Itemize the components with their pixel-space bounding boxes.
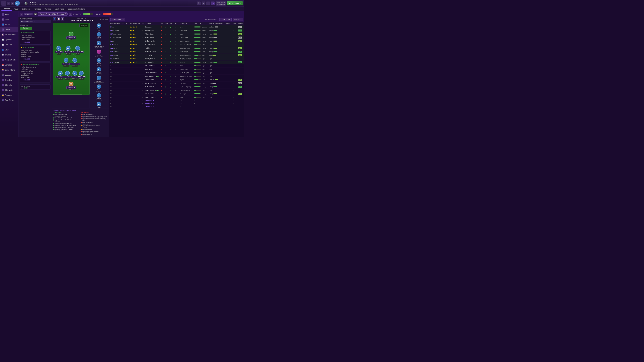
position-cell[interactable]: S13 <box>109 105 129 108</box>
position-cell[interactable]: S10 <box>109 96 129 99</box>
player-cell[interactable]: Jérémy Doku ▾ <box>144 57 160 60</box>
player-cell[interactable]: Rodri ▾ <box>144 46 160 50</box>
position-cell[interactable]: DCL BPD Defend <box>109 36 129 39</box>
mentality-button[interactable]: ● Positive ▾ <box>20 27 32 30</box>
in-possession-change-button[interactable]: » CHANGE <box>21 41 31 43</box>
sidebar-item-squad-planner[interactable]: 📋 Squad Planner <box>0 32 18 37</box>
player-select-haaland[interactable]: Haaland <box>66 36 76 39</box>
formation-dropdown[interactable]: Positive 4-2-3-1 Wide - Gegen... <box>38 12 68 15</box>
sidebar-item-club-vision[interactable]: 👁 Club Vision <box>0 87 18 92</box>
tab-set-pieces[interactable]: Set Pieces <box>20 7 32 10</box>
sidebar-item-scouting[interactable]: 🔭 Scouting <box>0 72 18 77</box>
sidebar-item-dynamics[interactable]: 📊 Dynamics <box>0 37 18 42</box>
formation-dropdown-arrow[interactable]: ▾ <box>92 19 93 21</box>
player-node-doku[interactable]: 11 Doku IF - At <box>55 46 62 55</box>
player-cell[interactable]: Manuel Akanji ▾ <box>144 78 160 82</box>
player-select-ake[interactable]: Aké <box>64 76 71 78</box>
player-cell[interactable]: Matheus Nunes ▾ <box>144 71 160 75</box>
chart-view-button[interactable]: 📊 <box>57 17 60 21</box>
tab-captains[interactable]: Captains <box>43 7 53 10</box>
position-cell[interactable]: AMR IF Attack <box>109 50 129 53</box>
player-view-button[interactable]: 👤 <box>53 17 56 21</box>
tactics-collapse-button[interactable]: ◄ <box>20 12 23 15</box>
player-cell[interactable]: E. Haaland ▾ <box>144 60 160 64</box>
position-cell[interactable]: MCR CAR ● <box>109 43 129 46</box>
player-cell[interactable]: Rúben Dias ▾ <box>144 32 160 36</box>
player-cell[interactable]: Julián Álvarez ▾out <box>144 75 160 78</box>
player-select-bernardo[interactable]: Bernardo Silva <box>72 51 84 53</box>
player-cell[interactable]: Sergio Gómez ▾out <box>144 89 160 92</box>
pick-player-cell[interactable]: Pick Player ▾ <box>145 100 154 101</box>
col-player[interactable]: PLAYER <box>144 22 160 25</box>
position-cell[interactable]: STC PF Attack <box>109 60 129 64</box>
position-cell[interactable]: DR IFB Defend <box>109 29 129 32</box>
analysis-button[interactable]: Analysis <box>80 24 88 27</box>
player-node-foden[interactable]: 47 Foden AM - Su <box>64 46 72 55</box>
sub-player-nunes[interactable]: 27 Matheus Nunes M (C), AM (RC) <box>90 41 107 48</box>
player-node-haaland[interactable]: 9 Haaland PF - At <box>66 32 76 40</box>
player-cell[interactable]: Phil Foden ▾ <box>144 53 160 57</box>
player-node-rodri[interactable]: 16 Rodri CM - Su <box>62 58 70 67</box>
col-position2[interactable]: POSITION <box>179 22 194 25</box>
position-cell[interactable]: S3 <box>109 71 129 75</box>
player-select-foden[interactable]: Foden <box>64 51 72 53</box>
selection-advice-button[interactable]: Selection Advice <box>202 18 218 21</box>
player-cell[interactable]: Pick Player ▾ <box>144 105 160 108</box>
player-node-ake[interactable]: 6 Aké BPD - De <box>64 71 71 80</box>
player-cell[interactable]: Mateo Kovačić ▾ <box>144 82 160 85</box>
selection-info-button[interactable]: Selection Info ▾ <box>110 18 125 21</box>
search-icon[interactable]: 🔍 <box>24 2 28 5</box>
player-cell[interactable]: Jack Grealish ▾ <box>144 85 160 89</box>
tab-overview[interactable]: Overview <box>1 7 12 11</box>
help-icon[interactable]: ? <box>202 1 205 5</box>
sub-player-steffen[interactable]: 18 Steffen GK <box>90 23 107 31</box>
sub-player-phillips[interactable]: 4 Phillips DM, M (C) <box>90 93 107 100</box>
player-cell[interactable]: Kalvin Phillips ▾ <box>144 92 160 96</box>
player-node-bernardo[interactable]: 20 Bernardo Silva IF - At <box>72 46 84 55</box>
sidebar-item-home[interactable]: ⌂ Home <box>0 12 18 17</box>
sidebar-item-squad[interactable]: 👥 Squad <box>0 22 18 27</box>
player-select-debruyne[interactable]: De Bruyne <box>70 63 80 65</box>
nav-back-button[interactable]: ‹ <box>7 2 10 5</box>
in-transition-change-button[interactable]: » CHANGE <box>21 58 31 60</box>
sub-player-kovacic[interactable]: K Kovačić DM, M (C) <box>90 67 107 74</box>
position-cell[interactable]: S2 <box>109 67 129 71</box>
position-cell[interactable]: S5 <box>109 78 129 82</box>
edit-icon[interactable]: ✎ <box>197 1 200 5</box>
player-node-debruyne[interactable]: 17 De Bruyne CAR - Su <box>70 58 80 67</box>
sidebar-item-competitions[interactable]: 🏆 Competitions <box>0 67 18 72</box>
sidebar-item-data-hub[interactable]: 📈 Data Hub <box>0 42 18 47</box>
continue-button[interactable]: CONTINUE » <box>227 1 243 5</box>
recent-matches-title[interactable]: RECENT MATCHES ANALYSIS » <box>53 109 108 111</box>
tab-penalties[interactable]: Penalties <box>32 7 42 10</box>
player-cell[interactable]: K. De Bruyne ▾ <box>144 43 160 46</box>
col-role-ability[interactable]: ROLE ABILITY <box>129 22 142 25</box>
list-view-button[interactable]: ☰ <box>61 17 64 21</box>
tab-match-plans[interactable]: Match Plans <box>53 7 66 10</box>
sub-player-alvarez[interactable]: Á Álvarez AM (RL), ST (C) <box>90 50 107 57</box>
pick-player-cell[interactable]: Pick Player ▾ <box>145 105 154 107</box>
player-cell[interactable]: Zack Steffen ▾ <box>144 64 160 67</box>
sidebar-item-tactics[interactable]: ⬡ Tactics <box>0 27 18 32</box>
sidebar-item-dev-centre[interactable]: 🔬 Dev. Centre <box>0 97 18 103</box>
col-pi[interactable]: PI <box>142 22 144 25</box>
info-icon[interactable]: i <box>206 1 210 5</box>
position-cell[interactable]: S11 <box>109 99 129 102</box>
tab-player[interactable]: Player <box>12 7 20 10</box>
sidebar-item-inbox[interactable]: ✉ Inbox <box>0 17 18 22</box>
out-of-possession-change-button[interactable]: » CHANGE <box>21 79 31 81</box>
nav-forward-button[interactable]: › <box>11 2 14 5</box>
position-cell[interactable]: GK SK ● <box>109 25 129 29</box>
sub-player-akanji[interactable]: 25 Akanji D (RC) <box>90 58 107 66</box>
player-node-gvardiol[interactable]: 24 Gvardiol WB - Su <box>56 71 65 80</box>
col-mo[interactable]: MO... <box>174 22 180 25</box>
player-node-ederson[interactable]: 31 Ederson SK - At <box>66 82 76 90</box>
home-button[interactable]: ⌂ <box>1 1 6 6</box>
sidebar-item-medical[interactable]: ➕ Medical Centre <box>0 57 18 62</box>
sub-player-ortega[interactable]: 18 Ortega GK <box>90 102 107 108</box>
add-tactic-button[interactable]: + <box>69 12 72 15</box>
col-position[interactable]: POSITION/ROLE/DU... ▲ <box>109 22 129 25</box>
player-cell[interactable]: John Stones ▾ <box>144 67 160 71</box>
sidebar-item-transfers[interactable]: ↔ Transfers <box>0 77 18 82</box>
player-cell[interactable]: Pick Player ▾ <box>144 99 160 102</box>
